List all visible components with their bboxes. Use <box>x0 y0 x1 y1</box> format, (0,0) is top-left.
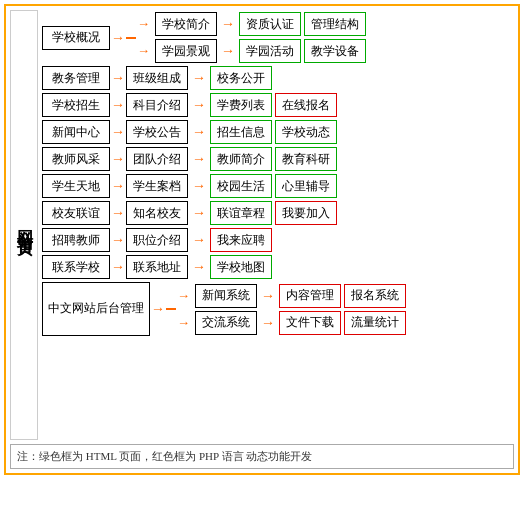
sub-row: 联系地址学校地图 <box>126 255 272 279</box>
bracket-wrap: →新闻系统内容管理报名系统→交流系统文件下载流量统计 <box>166 284 406 335</box>
menu-item: 教务管理 <box>42 66 110 90</box>
connector-bottom <box>126 38 136 39</box>
menu-item: 招生信息 <box>210 120 272 144</box>
menu-item: 我来应聘 <box>210 228 272 252</box>
menu-row: 联系学校联系地址学校地图 <box>42 255 514 279</box>
sub-rows: 知名校友联谊章程我要加入 <box>126 201 337 225</box>
note: 注：绿色框为 HTML 页面，红色框为 PHP 语言 动态功能开发 <box>10 444 514 469</box>
sub-arrow-icon: → <box>177 288 190 304</box>
menu-row: 学生天地学生案档校园生活心里辅导 <box>42 174 514 198</box>
menu-item: 教学设备 <box>304 39 366 63</box>
arrow-icon <box>111 205 125 221</box>
menu-item: 学费列表 <box>210 93 272 117</box>
menu-item: 职位介绍 <box>126 228 188 252</box>
menu-item: 文件下载 <box>279 311 341 335</box>
rows-container: 学校概况→学校简介资质认证管理结构→学园景观学园活动教学设备教务管理班级组成校务… <box>42 10 514 440</box>
sub-rows: →学校简介资质认证管理结构→学园景观学园活动教学设备 <box>137 12 366 63</box>
menu-item: 校务公开 <box>210 66 272 90</box>
menu-item: 科目介绍 <box>126 93 188 117</box>
main-container: 网站首页 学校概况→学校简介资质认证管理结构→学园景观学园活动教学设备教务管理班… <box>4 4 520 475</box>
menu-row: 中文网站后台管理→新闻系统内容管理报名系统→交流系统文件下载流量统计 <box>42 282 514 336</box>
arrow-icon <box>192 205 206 221</box>
sub-rows: 班级组成校务公开 <box>126 66 272 90</box>
menu-item: 招聘教师 <box>42 228 110 252</box>
menu-item: 联系地址 <box>126 255 188 279</box>
menu-item: 资质认证 <box>239 12 301 36</box>
menu-item: 心里辅导 <box>275 174 337 198</box>
menu-item: 学园活动 <box>239 39 301 63</box>
menu-item: 新闻中心 <box>42 120 110 144</box>
sub-row: 学生案档校园生活心里辅导 <box>126 174 337 198</box>
arrow-icon <box>192 70 206 86</box>
menu-item: 学生案档 <box>126 174 188 198</box>
arrow-icon <box>111 232 125 248</box>
sub-rows: 学生案档校园生活心里辅导 <box>126 174 337 198</box>
menu-item: 校友联谊 <box>42 201 110 225</box>
menu-item: 知名校友 <box>126 201 188 225</box>
menu-item: 报名系统 <box>344 284 406 308</box>
menu-item: 新闻系统 <box>195 284 257 308</box>
sub-row: →学园景观学园活动教学设备 <box>137 39 366 63</box>
sub-rows: 学校公告招生信息学校动态 <box>126 120 337 144</box>
arrow-icon <box>111 151 125 167</box>
sub-rows: 科目介绍学费列表在线报名 <box>126 93 337 117</box>
menu-row: 招聘教师职位介绍我来应聘 <box>42 228 514 252</box>
sub-row: 团队介绍教师简介教育科研 <box>126 147 337 171</box>
arrow-icon <box>221 43 235 59</box>
arrow-icon <box>192 97 206 113</box>
sub-arrow-icon: → <box>137 43 150 59</box>
menu-item: 学校动态 <box>275 120 337 144</box>
arrow-icon <box>192 232 206 248</box>
sub-row: →新闻系统内容管理报名系统 <box>177 284 406 308</box>
sub-rows: →新闻系统内容管理报名系统→交流系统文件下载流量统计 <box>177 284 406 335</box>
arrow-icon <box>261 315 275 331</box>
menu-item: 教育科研 <box>275 147 337 171</box>
sub-arrow-icon: → <box>137 16 150 32</box>
sub-arrow-icon: → <box>177 315 190 331</box>
menu-item: 中文网站后台管理 <box>42 282 150 336</box>
sub-row: →学校简介资质认证管理结构 <box>137 12 366 36</box>
sub-rows: 职位介绍我来应聘 <box>126 228 272 252</box>
menu-row: 教师风采团队介绍教师简介教育科研 <box>42 147 514 171</box>
arrow-icon <box>192 178 206 194</box>
arrow-icon <box>192 124 206 140</box>
menu-row: 新闻中心学校公告招生信息学校动态 <box>42 120 514 144</box>
arrow-icon <box>151 301 165 317</box>
arrow-icon <box>111 70 125 86</box>
site-label: 网站首页 <box>10 10 38 440</box>
arrow-icon <box>111 124 125 140</box>
arrow-icon <box>111 30 125 46</box>
menu-item: 交流系统 <box>195 311 257 335</box>
menu-item: 流量统计 <box>344 311 406 335</box>
sub-row: 科目介绍学费列表在线报名 <box>126 93 337 117</box>
menu-item: 学园景观 <box>155 39 217 63</box>
menu-item: 我要加入 <box>275 201 337 225</box>
arrow-icon <box>111 178 125 194</box>
menu-item: 学校概况 <box>42 26 110 50</box>
menu-item: 在线报名 <box>275 93 337 117</box>
menu-item: 校园生活 <box>210 174 272 198</box>
sub-row: 班级组成校务公开 <box>126 66 272 90</box>
arrow-icon <box>261 288 275 304</box>
menu-item: 联系学校 <box>42 255 110 279</box>
arrow-icon <box>111 259 125 275</box>
menu-item: 管理结构 <box>304 12 366 36</box>
menu-item: 内容管理 <box>279 284 341 308</box>
arrow-icon <box>221 16 235 32</box>
menu-row: 学校招生科目介绍学费列表在线报名 <box>42 93 514 117</box>
menu-item: 联谊章程 <box>210 201 272 225</box>
v-connector <box>166 308 176 310</box>
bracket-wrap: →学校简介资质认证管理结构→学园景观学园活动教学设备 <box>126 12 366 63</box>
sub-row: 学校公告招生信息学校动态 <box>126 120 337 144</box>
menu-row: 学校概况→学校简介资质认证管理结构→学园景观学园活动教学设备 <box>42 12 514 63</box>
layout: 网站首页 学校概况→学校简介资质认证管理结构→学园景观学园活动教学设备教务管理班… <box>10 10 514 440</box>
sub-rows: 联系地址学校地图 <box>126 255 272 279</box>
menu-item: 团队介绍 <box>126 147 188 171</box>
sub-row: →交流系统文件下载流量统计 <box>177 311 406 335</box>
arrow-icon <box>192 259 206 275</box>
arrow-icon <box>192 151 206 167</box>
menu-item: 学生天地 <box>42 174 110 198</box>
menu-item: 教师简介 <box>210 147 272 171</box>
menu-item: 学校简介 <box>155 12 217 36</box>
sub-row: 职位介绍我来应聘 <box>126 228 272 252</box>
